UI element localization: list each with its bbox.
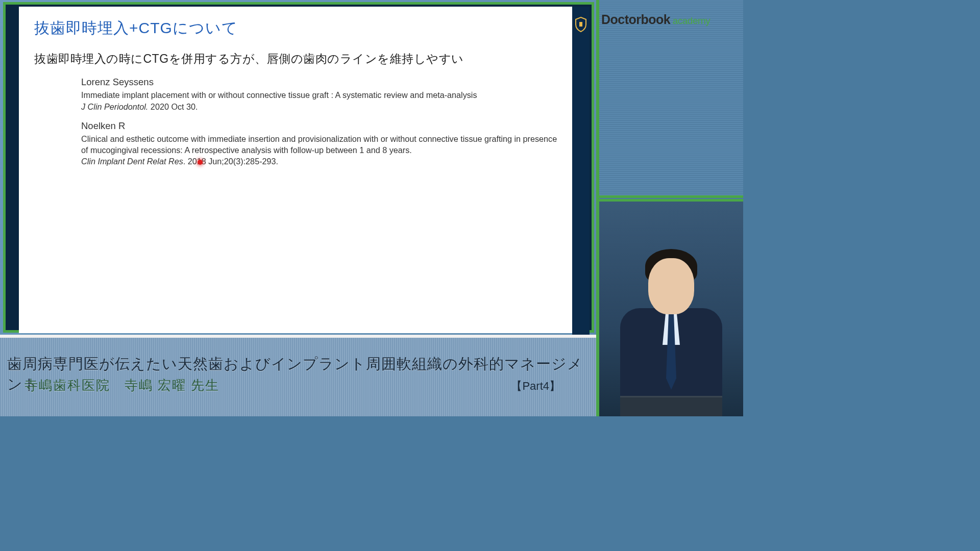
brand-suffix: academy: [673, 15, 710, 26]
reference-author: Noelken R: [81, 120, 563, 133]
slide-subtitle: 抜歯即時埋入の時にCTGを併用する方が、唇側の歯肉のラインを維持しやすい: [34, 51, 563, 67]
reference-title: Clinical and esthetic outcome with immed…: [81, 134, 563, 156]
top-right-panel: [599, 0, 743, 198]
slide-border: 抜歯即時埋入+CTGについて 抜歯即時埋入の時にCTGを併用する方が、唇側の歯肉…: [3, 2, 594, 333]
vertical-divider: [596, 0, 599, 416]
reference-date: 2020 Oct 30.: [148, 102, 198, 111]
reference-item: Lorenz Seyssens Immediate implant placem…: [81, 76, 563, 113]
reference-journal: J Clin Periodontol.: [81, 102, 148, 111]
svg-rect-0: [579, 22, 582, 27]
slide-title: 抜歯即時埋入+CTGについて: [34, 18, 563, 39]
slide-area: 抜歯即時埋入+CTGについて 抜歯即時埋入の時にCTGを併用する方が、唇側の歯肉…: [0, 0, 597, 335]
brand-logo: Doctorbook academy: [599, 12, 743, 27]
reference-author: Lorenz Seyssens: [81, 76, 563, 89]
reference-source: Clin Implant Dent Relat Res. 2018 Jun;20…: [81, 156, 563, 167]
slide-content: 抜歯即時埋入+CTGについて 抜歯即時埋入の時にCTGを併用する方が、唇側の歯肉…: [19, 7, 578, 333]
reference-title: Immediate implant placement with or with…: [81, 90, 563, 101]
presenter-laptop: [620, 396, 722, 416]
presenter-camera: [599, 199, 743, 416]
laser-pointer-icon: [198, 160, 203, 165]
presenter-head: [648, 258, 694, 314]
part-label: 【Part4】: [511, 379, 560, 394]
reference-item: Noelken R Clinical and esthetic outcome …: [81, 120, 563, 168]
slide-right-strip: [572, 7, 590, 337]
reference-source: J Clin Periodontol. 2020 Oct 30.: [81, 102, 563, 113]
brand-name: Doctorbook: [601, 12, 670, 27]
footer-band: 歯周病専門医が伝えたい天然歯およびインプラント周囲軟組織の外科的マネージメント …: [0, 335, 597, 416]
lecturer-name: 寺嶋歯科医院 寺嶋 宏曜 先生: [24, 377, 219, 394]
reference-journal: Clin Implant Dent Relat Res: [81, 157, 183, 166]
shield-icon: [575, 17, 587, 32]
presenter-figure: [615, 233, 727, 416]
